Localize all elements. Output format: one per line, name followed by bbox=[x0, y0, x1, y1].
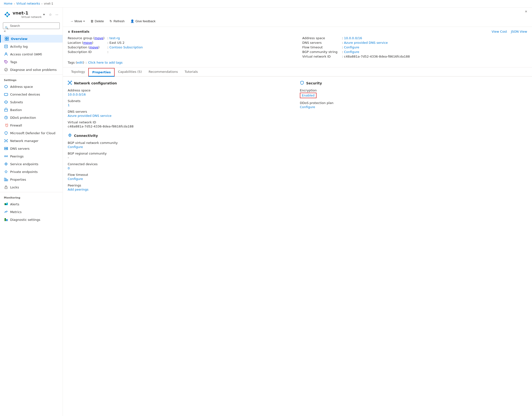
tab-topology[interactable]: Topology bbox=[68, 68, 88, 77]
close-button[interactable]: × bbox=[524, 9, 528, 15]
subscription-link[interactable]: Contoso Subscription bbox=[110, 46, 143, 49]
essentials-resource-group-row: Resource group (move) : test-rg bbox=[68, 36, 293, 40]
search-input[interactable] bbox=[3, 22, 60, 29]
sidebar-item-network-manager[interactable]: Network manager bbox=[0, 137, 63, 145]
sidebar-item-tags[interactable]: Tags bbox=[0, 58, 63, 66]
sidebar-item-address-space[interactable]: Address space bbox=[0, 83, 63, 90]
essentials-collapse-icon[interactable]: ∧ bbox=[68, 30, 70, 33]
prop-dns-servers: DNS servers Azure provided DNS service bbox=[68, 110, 295, 117]
delete-button[interactable]: 🗑 Delete bbox=[88, 18, 106, 24]
essentials-flow-timeout-label: Flow timeout bbox=[302, 46, 341, 49]
essentials-subscription-id-row: Subscription ID : bbox=[68, 49, 293, 54]
sidebar-item-metrics-label: Metrics bbox=[10, 210, 21, 214]
sidebar-item-locks[interactable]: Locks bbox=[0, 183, 63, 191]
svg-rect-45 bbox=[6, 179, 7, 181]
properties-right-column: Security Encryption Enabled DDoS protect… bbox=[300, 80, 527, 194]
sidebar-item-properties[interactable]: Properties bbox=[0, 176, 63, 183]
json-view-link[interactable]: JSON View bbox=[511, 30, 527, 33]
essentials-flow-timeout-row: Flow timeout : Configure bbox=[302, 45, 527, 49]
sidebar-item-diagnose[interactable]: Diagnose and solve problems bbox=[0, 66, 63, 74]
sidebar-item-bastion[interactable]: Bastion bbox=[0, 106, 63, 114]
sidebar-item-firewall[interactable]: Firewall bbox=[0, 121, 63, 129]
svg-rect-11 bbox=[7, 39, 9, 40]
sidebar-item-activity-log[interactable]: Activity log bbox=[0, 43, 63, 50]
locks-icon bbox=[4, 185, 8, 189]
resource-group-move-link[interactable]: move bbox=[95, 36, 103, 40]
tags-edit-link[interactable]: edit bbox=[77, 61, 83, 64]
sidebar-title-row: vnet-1 Virtual network ✦ ☆ ··· bbox=[4, 10, 59, 19]
essentials-subscription-id-value: : bbox=[107, 50, 108, 54]
sidebar-nav: Overview Activity log Access control (IA… bbox=[0, 35, 63, 223]
breadcrumb-parent[interactable]: Virtual networks bbox=[16, 2, 40, 5]
prop-flow-timeout-value[interactable]: Configure bbox=[68, 177, 295, 181]
sidebar-icons-row: ✦ ☆ ··· bbox=[42, 12, 59, 17]
properties-icon bbox=[4, 177, 8, 182]
flow-timeout-link[interactable]: Configure bbox=[344, 46, 359, 49]
sidebar-item-alerts-label: Alerts bbox=[10, 203, 19, 206]
tab-capabilities[interactable]: Capabilities (5) bbox=[115, 68, 145, 77]
sidebar-item-metrics[interactable]: Metrics bbox=[0, 208, 63, 216]
star-button[interactable]: ☆ bbox=[48, 12, 52, 17]
prop-bgp-regional: BGP regional community - bbox=[68, 152, 295, 159]
feedback-icon: 👤 bbox=[130, 19, 134, 23]
prop-bgp-community-label: BGP virtual network community bbox=[68, 141, 295, 145]
svg-line-4 bbox=[5, 13, 7, 15]
refresh-button[interactable]: ↻ Refresh bbox=[107, 18, 127, 24]
feedback-button[interactable]: 👤 Give feedback bbox=[128, 18, 158, 24]
essentials-links: View Cost JSON View bbox=[492, 30, 527, 33]
sidebar-item-overview[interactable]: Overview bbox=[0, 35, 63, 43]
tabs-bar: Topology Properties Capabilities (5) Rec… bbox=[63, 68, 532, 77]
prop-peerings-value[interactable]: Add peerings bbox=[68, 188, 295, 191]
vnet-icon bbox=[4, 11, 11, 18]
sidebar-item-access-control[interactable]: Access control (IAM) bbox=[0, 50, 63, 58]
sidebar-item-connected-devices[interactable]: Connected devices bbox=[0, 90, 63, 98]
prop-address-space: Address space 10.0.0.0/16 bbox=[68, 88, 295, 96]
dns-link[interactable]: Azure provided DNS service bbox=[344, 41, 388, 45]
svg-rect-46 bbox=[7, 179, 8, 181]
tab-recommendations[interactable]: Recommendations bbox=[145, 68, 181, 77]
prop-dns-servers-value[interactable]: Azure provided DNS service bbox=[68, 114, 295, 117]
sidebar-item-defender[interactable]: Microsoft Defender for Cloud bbox=[0, 129, 63, 137]
subscription-move-link[interactable]: move bbox=[89, 46, 98, 49]
sidebar-item-alerts[interactable]: Alerts bbox=[0, 200, 63, 208]
prop-ddos-plan-value[interactable]: Configure bbox=[300, 105, 527, 109]
essentials-subscription-label: Subscription (move) bbox=[68, 46, 106, 49]
view-cost-link[interactable]: View Cost bbox=[492, 30, 507, 33]
svg-line-5 bbox=[5, 15, 7, 16]
address-space-link[interactable]: 10.0.0.0/16 bbox=[344, 36, 362, 40]
sidebar-item-peerings[interactable]: Peerings bbox=[0, 152, 63, 160]
sidebar-item-diagnostic-settings-label: Diagnostic settings bbox=[10, 218, 40, 222]
prop-connected-devices-value[interactable]: 0 bbox=[68, 166, 295, 170]
activity-log-icon bbox=[4, 44, 8, 48]
tab-tutorials[interactable]: Tutorials bbox=[181, 68, 201, 77]
tags-icon bbox=[4, 60, 8, 64]
essentials-location-value: : East US 2 bbox=[107, 41, 124, 45]
sidebar-item-service-endpoints[interactable]: Service endpoints bbox=[0, 160, 63, 168]
sidebar-item-network-manager-label: Network manager bbox=[10, 139, 38, 143]
tags-add-link[interactable]: Click here to add tags bbox=[88, 61, 122, 64]
location-move-link[interactable]: move bbox=[83, 41, 92, 45]
sidebar-title: vnet-1 bbox=[13, 10, 42, 16]
bgp-configure-link[interactable]: Configure bbox=[344, 50, 359, 54]
resource-group-link[interactable]: test-rg bbox=[110, 36, 120, 40]
sidebar-item-access-control-label: Access control (IAM) bbox=[10, 52, 42, 56]
prop-bgp-community-value[interactable]: Configure bbox=[68, 145, 295, 149]
sidebar-item-dns-servers[interactable]: DNS servers bbox=[0, 145, 63, 152]
prop-encryption-value[interactable]: Enabled bbox=[302, 94, 315, 97]
breadcrumb-home[interactable]: Home bbox=[4, 2, 12, 5]
pin-button[interactable]: ✦ bbox=[42, 12, 46, 17]
more-button[interactable]: ··· bbox=[55, 12, 59, 17]
prop-subnets-value[interactable]: 1 bbox=[68, 103, 295, 107]
move-button[interactable]: → Move ▾ bbox=[68, 18, 87, 24]
sidebar-item-diagnostic-settings[interactable]: Diagnostic settings bbox=[0, 216, 63, 223]
connectivity-title: Connectivity bbox=[74, 134, 98, 138]
prop-address-space-value[interactable]: 10.0.0.0/16 bbox=[68, 93, 295, 96]
sidebar-item-private-endpoints[interactable]: Private endpoints bbox=[0, 168, 63, 176]
access-control-icon bbox=[4, 52, 8, 56]
tab-properties[interactable]: Properties bbox=[88, 68, 115, 77]
collapse-sidebar-button[interactable]: « bbox=[4, 29, 6, 33]
sidebar-item-subnets[interactable]: Subnets bbox=[0, 98, 63, 106]
prop-flow-timeout: Flow timeout Configure bbox=[68, 173, 295, 181]
essentials-title-label: Essentials bbox=[72, 30, 89, 33]
sidebar-item-ddos[interactable]: DDoS protection bbox=[0, 114, 63, 121]
